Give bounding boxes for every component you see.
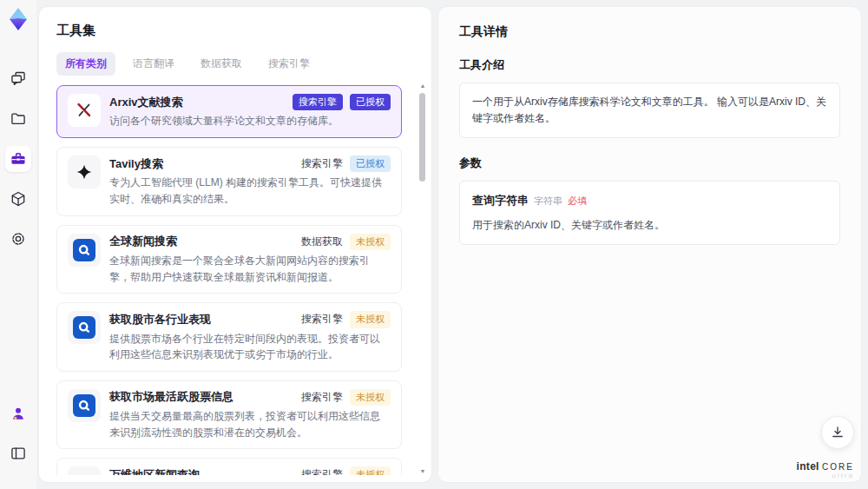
category-tabs: 所有类别语言翻译数据获取搜索引擎 [56, 52, 414, 76]
tool-description: 访问各个研究领域大量科学论文和文章的存储库。 [109, 113, 389, 129]
cube-icon [10, 190, 27, 208]
news-blue-icon [68, 311, 101, 344]
download-icon [830, 425, 845, 440]
sidebar-item-toolbox[interactable] [5, 146, 31, 172]
tool-detail-panel: 工具详情 工具介绍 一个用于从Arxiv存储库搜索科学论文和文章的工具。 输入可… [438, 7, 861, 482]
newspaper-icon [68, 466, 101, 475]
tool-list-item[interactable]: Tavily搜索 搜索引擎 已授权 专为人工智能代理 (LLM) 构建的搜索引擎… [56, 147, 402, 216]
tool-description: 提供当天交易量最高的股票列表，投资者可以利用这些信息来识别流动性强的股票和潜在的… [109, 408, 389, 440]
sidebar-item-user-avatar[interactable] [5, 400, 31, 426]
sidebar-nav [5, 66, 31, 266]
tool-list-item[interactable]: 万维地区新闻查询 搜索引擎 未授权 查询具体行政区划内的新闻，快速了解各地新闻动 [56, 458, 402, 475]
tool-name: Arxiv文献搜索 [109, 95, 183, 110]
parameter-type: 字符串 [534, 194, 562, 209]
intro-box: 一个用于从Arxiv存储库搜索科学论文和文章的工具。 输入可以是Arxiv ID… [459, 83, 840, 138]
params-list: 查询字符串 字符串 必填 用于搜索的Arxiv ID、关键字或作者姓名。 [459, 181, 840, 245]
tool-list: Arxiv文献搜索 搜索引擎 已授权 访问各个研究领域大量科学论文和文章的存储库… [56, 85, 414, 475]
tool-list-item[interactable]: 获取市场最活跃股票信息 搜索引擎 未授权 提供当天交易量最高的股票列表，投资者可… [56, 380, 402, 450]
parameter-description: 用于搜索的Arxiv ID、关键字或作者姓名。 [472, 217, 827, 234]
tool-list-panel: 工具集 所有类别语言翻译数据获取搜索引擎 Arxiv文献搜索 搜索引擎 已授权 … [39, 7, 431, 482]
tool-status-badge: 未授权 [350, 311, 391, 327]
tool-category: 搜索引擎 [293, 94, 343, 110]
parameter-required-label: 必填 [568, 194, 587, 209]
tool-category: 搜索引擎 [301, 312, 343, 327]
blue-search-tile [73, 394, 95, 417]
tool-list-item[interactable]: Arxiv文献搜索 搜索引擎 已授权 访问各个研究领域大量科学论文和文章的存储库… [56, 85, 402, 138]
news-blue-icon [68, 389, 101, 422]
scrollbar-up-arrow[interactable]: ▲ [418, 82, 427, 89]
page-title: 工具集 [56, 23, 414, 39]
scrollbar-down-arrow[interactable]: ▼ [418, 467, 427, 475]
blue-search-tile [73, 239, 95, 261]
tool-name: 万维地区新闻查询 [109, 467, 200, 475]
folder-icon [10, 110, 27, 128]
tool-status-badge: 未授权 [350, 234, 391, 250]
scrollbar[interactable]: ▲ ▼ [418, 82, 427, 475]
brand-intel: intel [797, 460, 819, 472]
sidebar-item-folder[interactable] [5, 106, 31, 132]
tool-name: Tavily搜索 [109, 156, 163, 172]
parameter-card: 查询字符串 字符串 必填 用于搜索的Arxiv ID、关键字或作者姓名。 [459, 181, 840, 245]
tool-list-item[interactable]: 全球新闻搜索 数据获取 未授权 全球新闻搜索是一个聚合全球各大新闻网站内容的搜索… [56, 225, 402, 294]
left-sidebar [0, 0, 36, 489]
tool-category: 数据获取 [301, 235, 343, 249]
sidebar-footer [5, 400, 31, 480]
user-avatar-icon [10, 405, 27, 422]
news-blue-icon [68, 234, 101, 267]
sidebar-item-sidebar-toggle[interactable] [5, 440, 31, 466]
toolbox-icon [10, 150, 27, 168]
params-heading: 参数 [459, 155, 840, 171]
blue-search-tile [73, 316, 95, 339]
parameter-name: 查询字符串 [472, 192, 529, 210]
intro-text: 一个用于从Arxiv存储库搜索科学论文和文章的工具。 输入可以是Arxiv ID… [472, 96, 826, 124]
gear-icon [10, 230, 27, 248]
sidebar-item-chat[interactable] [5, 66, 31, 92]
brand-core: CORE [822, 462, 854, 472]
sidebar-item-cube[interactable] [5, 186, 31, 212]
scrollbar-thumb[interactable] [419, 93, 425, 182]
tab-1[interactable]: 语言翻译 [124, 52, 183, 76]
download-button[interactable] [821, 416, 854, 449]
tool-description: 提供股票市场各个行业在特定时间段内的表现。投资者可以利用这些信息来识别表现优于或… [109, 331, 389, 363]
chat-icon [10, 70, 27, 88]
sidebar-toggle-icon [10, 445, 27, 462]
tool-name: 获取市场最活跃股票信息 [109, 389, 233, 405]
tab-2[interactable]: 数据获取 [192, 52, 251, 76]
tool-name: 全球新闻搜索 [109, 234, 177, 249]
tool-status-badge: 未授权 [350, 389, 391, 406]
tool-category: 搜索引擎 [301, 467, 343, 475]
tool-description: 专为人工智能代理 (LLM) 构建的搜索引擎工具。可快速提供实时、准确和真实的结… [109, 175, 389, 207]
app-logo [6, 7, 30, 31]
detail-title: 工具详情 [459, 24, 840, 40]
tool-status-badge: 未授权 [350, 466, 391, 475]
sidebar-item-gear[interactable] [5, 226, 31, 252]
arxiv-icon [68, 94, 101, 127]
tool-status-badge: 已授权 [350, 155, 391, 172]
tool-name: 获取股市各行业表现 [109, 312, 211, 327]
tool-description: 全球新闻搜索是一个聚合全球各大新闻网站内容的搜索引擎，帮助用户快速获取全球最新资… [109, 253, 389, 285]
tool-category: 搜索引擎 [301, 390, 343, 405]
tab-3[interactable]: 搜索引擎 [260, 52, 319, 76]
tool-status-badge: 已授权 [350, 94, 391, 110]
tool-list-item[interactable]: 获取股市各行业表现 搜索引擎 未授权 提供股票市场各个行业在特定时间段内的表现。… [56, 302, 402, 372]
tab-0[interactable]: 所有类别 [56, 52, 115, 76]
intro-heading: 工具介绍 [459, 57, 840, 73]
tool-category: 搜索引擎 [301, 156, 343, 171]
brand-ultra: ultra [797, 472, 854, 480]
tavily-icon [68, 155, 101, 188]
intel-core-logo: intel CORE ultra [797, 461, 854, 480]
